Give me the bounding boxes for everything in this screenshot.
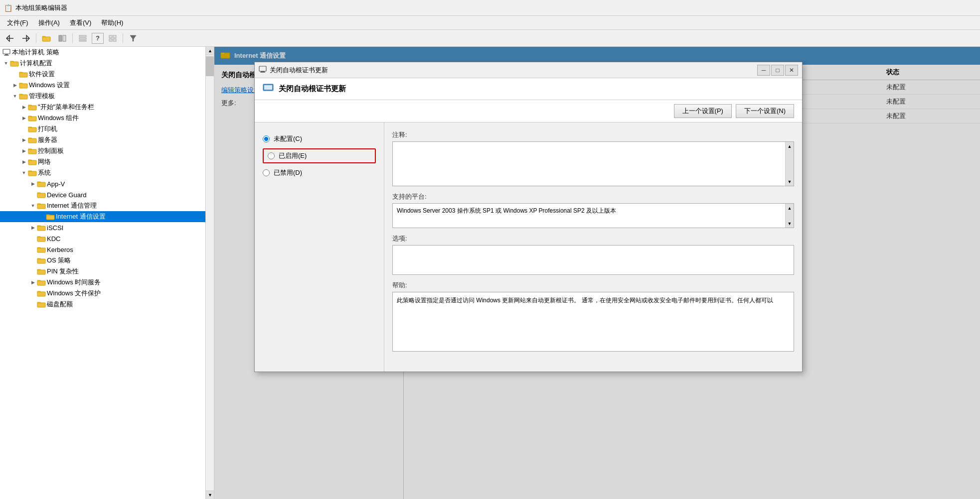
- radio-not-configured-input[interactable]: [263, 135, 270, 142]
- tree-admin-label: 管理模板: [29, 92, 55, 101]
- dialog-maximize-button[interactable]: □: [771, 65, 784, 76]
- expand-deviceguard[interactable]: ▶: [29, 191, 37, 199]
- dialog-overlay: 关闭自动根证书更新 ─ □ ✕ 关闭自动根证书更新: [214, 47, 980, 499]
- menu-help[interactable]: 帮助(H): [96, 16, 128, 29]
- grid-button[interactable]: [106, 32, 120, 45]
- tree-pin[interactable]: ▶ PIN 复杂性: [0, 266, 214, 277]
- next-setting-button[interactable]: 下一个设置(N): [736, 104, 794, 118]
- help-text: 此策略设置指定是否通过访问 Windows 更新网站来自动更新根证书。 通常，在…: [397, 297, 773, 304]
- expand-pin[interactable]: ▶: [29, 267, 37, 275]
- tree-internetsettings[interactable]: ▶ Internet 通信设置: [0, 211, 214, 222]
- tree-network[interactable]: ▶ 网络: [0, 156, 214, 167]
- svg-rect-19: [19, 73, 27, 77]
- expand-computer[interactable]: ▼: [2, 59, 10, 67]
- expand-startmenu[interactable]: ▶: [20, 103, 28, 111]
- note-scroll-down[interactable]: ▼: [786, 177, 794, 186]
- svg-marker-14: [130, 35, 136, 41]
- folder-icon-pin: [37, 267, 46, 275]
- expand-server[interactable]: ▶: [20, 136, 28, 144]
- platform-scroll-up[interactable]: ▲: [786, 204, 794, 212]
- expand-software[interactable]: ▶: [11, 70, 19, 78]
- expand-admin[interactable]: ▼: [11, 92, 19, 100]
- tree-kdc[interactable]: ▶ KDC: [0, 233, 214, 244]
- tree-root[interactable]: 本地计算机 策略: [0, 47, 214, 58]
- expand-ospolicy[interactable]: ▶: [29, 256, 37, 264]
- svg-rect-30: [37, 193, 45, 198]
- help-label: 帮助:: [392, 281, 794, 290]
- expand-windows[interactable]: ▶: [11, 81, 19, 89]
- expand-kdc[interactable]: ▶: [29, 235, 37, 243]
- radio-enabled-highlight[interactable]: 已启用(E): [263, 148, 376, 163]
- tree-internetmgr[interactable]: ▼ Internet 通信管理: [0, 200, 214, 211]
- dialog-minimize-button[interactable]: ─: [757, 65, 770, 76]
- radio-disabled-input[interactable]: [263, 169, 270, 176]
- folder-button[interactable]: [39, 32, 53, 45]
- radio-enabled-input[interactable]: [268, 152, 275, 159]
- svg-rect-36: [37, 259, 45, 263]
- expand-internetmgr[interactable]: ▼: [29, 202, 37, 210]
- tree-wincomp-label: Windows 组件: [38, 114, 79, 123]
- tree-controlpanel[interactable]: ▶ 控制面板: [0, 145, 214, 156]
- note-scrollbar[interactable]: ▲ ▼: [785, 142, 794, 186]
- tree-iscsi[interactable]: ▶ iSCSI: [0, 222, 214, 233]
- forward-button[interactable]: [19, 32, 33, 45]
- tree-winfileprotect[interactable]: ▶ Windows 文件保护: [0, 288, 214, 299]
- dialog-middle-panel: 注释: ▲ ▼ 支持的平台:: [384, 123, 802, 372]
- expand-diskconfig[interactable]: ▶: [29, 300, 37, 308]
- menu-view[interactable]: 查看(V): [65, 16, 96, 29]
- tree-server[interactable]: ▶ 服务器: [0, 134, 214, 145]
- expand-internetsettings[interactable]: ▶: [38, 213, 46, 221]
- expand-iscsi[interactable]: ▶: [29, 224, 37, 232]
- svg-rect-9: [79, 40, 86, 41]
- dialog-window: 关闭自动根证书更新 ─ □ ✕ 关闭自动根证书更新: [254, 62, 803, 372]
- toolbar: ?: [0, 30, 980, 47]
- folder-icon-windows: [19, 81, 28, 89]
- expand-wincomp[interactable]: ▶: [20, 114, 28, 122]
- tree-diskconfig[interactable]: ▶ 磁盘配额: [0, 299, 214, 310]
- scrollbar-down-arrow[interactable]: ▼: [206, 491, 214, 499]
- note-scroll-up[interactable]: ▲: [786, 142, 794, 150]
- help-button[interactable]: ?: [92, 33, 104, 44]
- expand-network[interactable]: ▶: [20, 158, 28, 166]
- expand-system[interactable]: ▼: [20, 169, 28, 177]
- menu-bar: 文件(F) 操作(A) 查看(V) 帮助(H): [0, 16, 980, 30]
- expand-wintimesvc[interactable]: ▶: [29, 278, 37, 286]
- scrollbar-up-arrow[interactable]: ▲: [206, 47, 214, 55]
- expand-appv[interactable]: ▶: [29, 180, 37, 188]
- tree-kerberos[interactable]: ▶ Kerberos: [0, 244, 214, 255]
- tree-wintimesvc[interactable]: ▶ Windows 时间服务: [0, 277, 214, 288]
- menu-file[interactable]: 文件(F): [2, 16, 33, 29]
- tree-computer[interactable]: ▼ 计算机配置: [0, 58, 214, 69]
- tree-windows-label: Windows 设置: [29, 81, 70, 90]
- platform-scrollbar[interactable]: ▲ ▼: [785, 204, 794, 228]
- expand-kerberos[interactable]: ▶: [29, 246, 37, 253]
- tree-printer[interactable]: ▶ 打印机: [0, 124, 214, 134]
- tree-ospolicy[interactable]: ▶ OS 策略: [0, 255, 214, 266]
- filter-button[interactable]: [126, 32, 140, 45]
- platform-scroll-down[interactable]: ▼: [786, 219, 794, 228]
- tree-root-label: 本地计算机 策略: [12, 48, 59, 57]
- radio-disabled[interactable]: 已禁用(D): [263, 168, 376, 177]
- dialog-close-button[interactable]: ✕: [785, 65, 798, 76]
- list-button[interactable]: [76, 32, 90, 45]
- tree-deviceguard[interactable]: ▶ Device Guard: [0, 189, 214, 200]
- tree-software[interactable]: ▶ 软件设置: [0, 69, 214, 80]
- radio-not-configured[interactable]: 未配置(C): [263, 134, 376, 143]
- scrollbar-thumb[interactable]: [206, 56, 214, 76]
- tree-system[interactable]: ▼ 系统: [0, 167, 214, 178]
- prev-setting-button[interactable]: 上一个设置(P): [674, 104, 732, 118]
- showhide-button[interactable]: [55, 32, 69, 45]
- menu-action[interactable]: 操作(A): [33, 16, 65, 29]
- tree-windows[interactable]: ▶ Windows 设置: [0, 80, 214, 91]
- expand-winfileprotect[interactable]: ▶: [29, 289, 37, 297]
- tree-admin[interactable]: ▼ 管理模板: [0, 91, 214, 102]
- expand-printer[interactable]: ▶: [20, 125, 28, 133]
- expand-controlpanel[interactable]: ▶: [20, 147, 28, 155]
- tree-wincomp[interactable]: ▶ Windows 组件: [0, 113, 214, 124]
- back-button[interactable]: [3, 32, 17, 45]
- tree-scrollbar[interactable]: ▲ ▼: [205, 47, 214, 499]
- platform-box: Windows Server 2003 操作系统 SP1 或 Windows X…: [392, 203, 794, 228]
- tree-appv[interactable]: ▶ App-V: [0, 178, 214, 189]
- tree-startmenu[interactable]: ▶ "开始"菜单和任务栏: [0, 102, 214, 113]
- svg-rect-8: [79, 38, 86, 39]
